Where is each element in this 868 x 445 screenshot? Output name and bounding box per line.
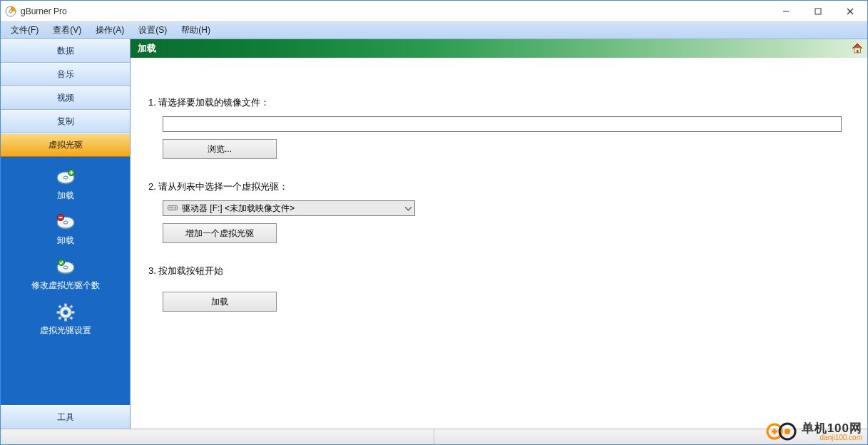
title-bar: gBurner Pro — [1, 1, 867, 22]
svg-rect-29 — [857, 50, 859, 53]
window-controls — [770, 1, 866, 21]
virtual-drive-select[interactable]: 驱动器 [F:] <未加载映像文件> — [163, 200, 415, 216]
sidebar-task-change-count[interactable]: 修改虚拟光驱个数 — [1, 254, 130, 299]
menu-file[interactable]: 文件(F) — [4, 22, 46, 39]
minimize-button[interactable] — [770, 1, 802, 21]
svg-point-31 — [175, 207, 176, 208]
sidebar-task-label: 加载 — [57, 190, 74, 202]
sidebar-category-copy[interactable]: 复制 — [1, 110, 130, 133]
content-panel: 加载 1. 请选择要加载的镜像文件： 浏览... 2. 请从列表中选择一个虚拟光… — [131, 39, 867, 429]
image-path-input[interactable] — [163, 116, 842, 132]
sidebar: 数据 音乐 视频 复制 虚拟光驱 加载 — [1, 39, 131, 429]
svg-point-27 — [63, 310, 68, 315]
panel-title: 加载 — [138, 42, 156, 55]
svg-rect-26 — [69, 317, 72, 319]
sidebar-category-data[interactable]: 数据 — [1, 39, 130, 63]
gear-icon — [55, 303, 76, 322]
step-3: 3. 按加载按钮开始 加载 — [148, 265, 849, 312]
add-drive-button[interactable]: 增加一个虚拟光驱 — [163, 223, 277, 243]
svg-rect-3 — [815, 9, 821, 14]
svg-point-8 — [63, 176, 68, 179]
maximize-button[interactable] — [802, 1, 834, 21]
sidebar-task-unmount[interactable]: 卸载 — [1, 209, 130, 254]
sidebar-task-settings[interactable]: 虚拟光驱设置 — [1, 299, 130, 344]
browse-button[interactable]: 浏览... — [163, 139, 277, 159]
menu-view[interactable]: 查看(V) — [46, 22, 88, 39]
svg-rect-20 — [64, 318, 66, 321]
menu-help[interactable]: 帮助(H) — [174, 22, 218, 39]
svg-rect-25 — [58, 317, 61, 319]
window-title: gBurner Pro — [21, 6, 67, 16]
chevron-down-icon — [405, 203, 412, 213]
sidebar-task-label: 卸载 — [57, 235, 74, 247]
main-area: 数据 音乐 视频 复制 虚拟光驱 加载 — [1, 39, 867, 429]
status-cell-right — [434, 429, 867, 444]
svg-rect-19 — [64, 304, 66, 307]
app-icon — [5, 6, 16, 17]
disc-unmount-icon — [55, 213, 76, 232]
sidebar-task-label: 修改虚拟光驱个数 — [31, 280, 100, 292]
panel-header: 加载 — [131, 39, 867, 58]
svg-rect-21 — [57, 312, 60, 314]
svg-rect-22 — [71, 312, 74, 314]
sidebar-category-music[interactable]: 音乐 — [1, 63, 130, 86]
status-cell-left — [1, 429, 434, 444]
svg-rect-32 — [169, 207, 173, 208]
sidebar-task-mount[interactable]: 加载 — [1, 164, 130, 209]
sidebar-category-tools[interactable]: 工具 — [1, 405, 130, 429]
step3-label: 3. 按加载按钮开始 — [148, 265, 849, 277]
step-2: 2. 请从列表中选择一个虚拟光驱： 驱动器 [F:] <未加载映像文件> — [148, 180, 849, 243]
svg-rect-23 — [58, 305, 61, 308]
svg-point-1 — [9, 9, 12, 12]
step1-label: 1. 请选择要加载的镜像文件： — [148, 96, 849, 109]
step2-label: 2. 请从列表中选择一个虚拟光驱： — [148, 180, 849, 193]
home-button[interactable] — [850, 41, 864, 56]
sidebar-category-video[interactable]: 视频 — [1, 86, 130, 110]
status-bar — [1, 429, 867, 444]
svg-rect-24 — [69, 305, 72, 308]
menu-settings[interactable]: 设置(S) — [131, 22, 174, 39]
svg-point-16 — [63, 266, 68, 269]
drive-icon — [168, 203, 178, 214]
drive-selected-text: 驱动器 [F:] <未加载映像文件> — [182, 203, 295, 215]
mount-button[interactable]: 加载 — [163, 292, 277, 312]
close-button[interactable] — [834, 1, 866, 21]
sidebar-task-label: 虚拟光驱设置 — [40, 324, 91, 337]
panel-body: 1. 请选择要加载的镜像文件： 浏览... 2. 请从列表中选择一个虚拟光驱： … — [131, 58, 867, 429]
disc-count-icon — [55, 258, 76, 277]
sidebar-category-virtual-drive[interactable]: 虚拟光驱 — [1, 133, 130, 157]
menu-bar: 文件(F) 查看(V) 操作(A) 设置(S) 帮助(H) — [1, 22, 867, 39]
menu-action[interactable]: 操作(A) — [88, 22, 131, 39]
sidebar-task-list: 加载 卸载 — [1, 157, 130, 405]
disc-mount-icon — [55, 168, 76, 187]
svg-point-12 — [63, 221, 68, 224]
step-1: 1. 请选择要加载的镜像文件： 浏览... — [148, 96, 849, 159]
